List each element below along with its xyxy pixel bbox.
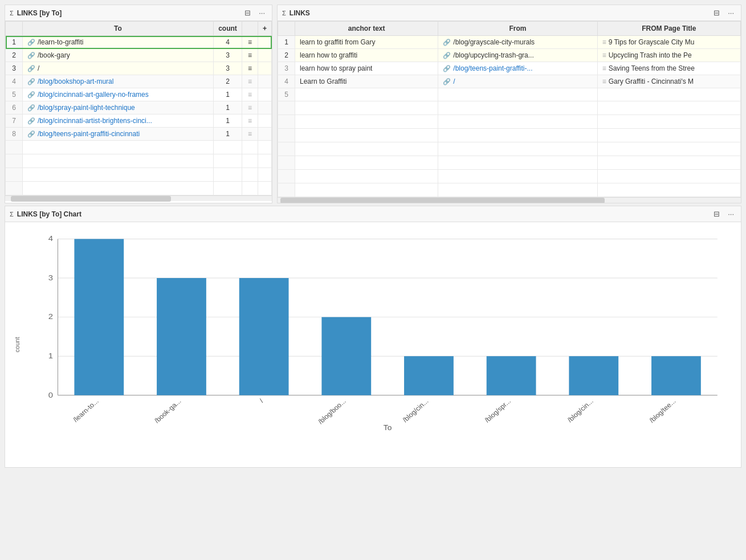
- row-number: 3: [6, 62, 23, 75]
- add-col: [258, 49, 271, 62]
- chart-panel-header: Σ LINKS [by To] Chart ⊟ ···: [5, 206, 741, 222]
- right-table-row[interactable]: 3 learn how to spray paint 🔗/blog/teens-…: [278, 62, 741, 75]
- left-table-row[interactable]: 1 🔗/learn-to-graffiti 4 ≡: [6, 36, 272, 49]
- right-table-row[interactable]: 1 learn to graffiti from Gary 🔗/blog/gra…: [278, 36, 741, 49]
- to-cell[interactable]: 🔗/blog/bookshop-art-mural: [23, 75, 214, 88]
- right-table-row[interactable]: 4 Learn to Graffiti 🔗/ ≡Gary Graffiti - …: [278, 75, 741, 88]
- left-table-row[interactable]: 2 🔗/book-gary 3 ≡: [6, 49, 272, 62]
- anchor-text-cell: [295, 88, 438, 101]
- bar-rect[interactable]: [404, 356, 454, 395]
- row-number: 1: [278, 36, 295, 49]
- fromtitle-cell: [597, 88, 740, 101]
- bar-label: /blog/cin...: [401, 398, 430, 424]
- right-th-num: [278, 22, 295, 36]
- left-panel-header: Σ LINKS [by To] ⊟ ···: [5, 5, 272, 21]
- chart-panel: Σ LINKS [by To] Chart ⊟ ··· count 01234/…: [5, 206, 741, 468]
- to-cell[interactable]: 🔗/book-gary: [23, 49, 214, 62]
- row-number: 3: [278, 62, 295, 75]
- bar-label: /learn-to...: [71, 398, 100, 423]
- left-panel: Σ LINKS [by To] ⊟ ··· To count + 1: [5, 5, 272, 203]
- row-menu-icon[interactable]: ≡: [242, 36, 258, 49]
- from-link-icon: 🔗: [443, 52, 451, 59]
- to-cell[interactable]: 🔗/: [23, 62, 214, 75]
- from-cell[interactable]: 🔗/: [438, 75, 597, 88]
- row-menu-icon[interactable]: ≡: [242, 115, 258, 128]
- left-empty-row: [6, 141, 272, 154]
- row-number: 5: [278, 88, 295, 101]
- svg-text:0: 0: [48, 390, 53, 399]
- left-empty-row: [6, 168, 272, 182]
- left-scrollbar[interactable]: [5, 195, 272, 201]
- bar-rect[interactable]: [321, 317, 371, 395]
- left-table-row[interactable]: 6 🔗/blog/spray-paint-light-technique 1 ≡: [6, 101, 272, 115]
- row-menu-icon[interactable]: ≡: [242, 88, 258, 101]
- from-cell[interactable]: 🔗/blog/grayscale-city-murals: [438, 36, 597, 49]
- left-more-button[interactable]: ···: [256, 7, 267, 18]
- chart-filter-button[interactable]: ⊟: [711, 209, 722, 219]
- left-filter-button[interactable]: ⊟: [242, 7, 253, 18]
- link-icon: 🔗: [27, 130, 35, 137]
- right-empty-row: [278, 142, 741, 156]
- to-cell[interactable]: 🔗/blog/cincinnati-artist-brightens-cinci…: [23, 115, 214, 128]
- from-cell[interactable]: 🔗/blog/teens-paint-graffiti-...: [438, 62, 597, 75]
- row-menu-icon[interactable]: ≡: [242, 49, 258, 62]
- row-number: 1: [6, 36, 23, 49]
- count-cell: 1: [213, 115, 242, 128]
- right-table-row[interactable]: 2 learn how to graffiti 🔗/blog/upcycling…: [278, 49, 741, 62]
- link-icon: 🔗: [27, 91, 35, 98]
- bar-rect[interactable]: [239, 278, 289, 395]
- row-menu-icon[interactable]: ≡: [242, 75, 258, 88]
- to-cell[interactable]: 🔗/learn-to-graffiti: [23, 36, 214, 49]
- row-menu-icon[interactable]: ≡: [242, 128, 258, 141]
- bar-rect[interactable]: [569, 356, 618, 395]
- bar-rect[interactable]: [487, 356, 536, 395]
- svg-text:4: 4: [48, 234, 53, 243]
- bar-label: /blog/spr...: [483, 398, 512, 424]
- right-scrollbar[interactable]: [278, 197, 741, 203]
- bar-label: /blog/cin...: [566, 398, 595, 424]
- to-cell[interactable]: 🔗/blog/teens-paint-graffiti-cincinnati: [23, 128, 214, 141]
- right-th-from: From: [438, 22, 597, 36]
- left-table-row[interactable]: 4 🔗/blog/bookshop-art-mural 2 ≡: [6, 75, 272, 88]
- left-th-add[interactable]: +: [258, 22, 271, 36]
- bar-rect[interactable]: [74, 239, 124, 395]
- from-cell[interactable]: [438, 88, 597, 101]
- link-icon: 🔗: [27, 52, 35, 59]
- fromtitle-icon: ≡: [602, 77, 606, 85]
- chart-area: count 01234/learn-to.../book-ga...//blog…: [5, 222, 741, 467]
- right-more-button[interactable]: ···: [725, 7, 736, 18]
- left-table-row[interactable]: 5 🔗/blog/cincinnati-art-gallery-no-frame…: [6, 88, 272, 101]
- right-table-row[interactable]: 5: [278, 88, 741, 101]
- add-col: [258, 36, 271, 49]
- from-link-icon: 🔗: [443, 78, 451, 85]
- to-cell[interactable]: 🔗/blog/cincinnati-art-gallery-no-frames: [23, 88, 214, 101]
- anchor-text-cell: learn how to spray paint: [295, 62, 438, 75]
- count-cell: 1: [213, 101, 242, 115]
- left-table-row[interactable]: 7 🔗/blog/cincinnati-artist-brightens-cin…: [6, 115, 272, 128]
- to-cell[interactable]: 🔗/blog/spray-paint-light-technique: [23, 101, 214, 115]
- from-cell[interactable]: 🔗/blog/upcycling-trash-gra...: [438, 49, 597, 62]
- count-cell: 1: [213, 88, 242, 101]
- link-icon: 🔗: [27, 39, 35, 46]
- bar-rect[interactable]: [157, 278, 206, 395]
- fromtitle-cell: ≡9 Tips for Grayscale City Mu: [597, 36, 740, 49]
- row-number: 6: [6, 101, 23, 115]
- row-number: 2: [278, 49, 295, 62]
- anchor-text-cell: Learn to Graffiti: [295, 75, 438, 88]
- count-cell: 2: [213, 75, 242, 88]
- left-table-row[interactable]: 8 🔗/blog/teens-paint-graffiti-cincinnati…: [6, 128, 272, 141]
- chart-more-button[interactable]: ···: [725, 209, 736, 219]
- left-table-row[interactable]: 3 🔗/ 3 ≡: [6, 62, 272, 75]
- row-menu-icon[interactable]: ≡: [242, 62, 258, 75]
- link-icon: 🔗: [27, 117, 35, 124]
- right-th-fromtitle: FROM Page Title: [597, 22, 740, 36]
- right-empty-row: [278, 170, 741, 183]
- add-col: [258, 101, 271, 115]
- row-menu-icon[interactable]: ≡: [242, 101, 258, 115]
- add-col: [258, 128, 271, 141]
- right-panel-title: LINKS: [290, 9, 708, 17]
- count-cell: 3: [213, 49, 242, 62]
- right-filter-button[interactable]: ⊟: [711, 7, 722, 18]
- left-th-to: To: [23, 22, 214, 36]
- bar-rect[interactable]: [651, 356, 701, 395]
